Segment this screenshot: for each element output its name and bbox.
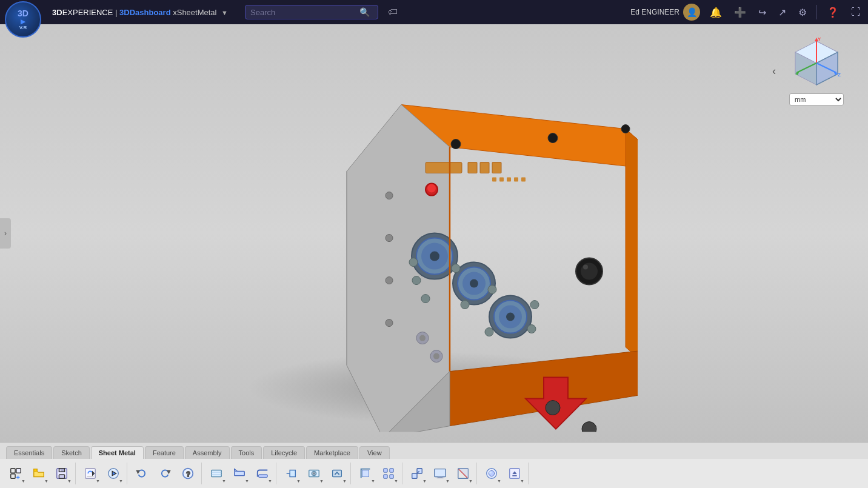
tab-feature[interactable]: Feature [145,446,184,459]
svg-point-21 [427,184,436,193]
tab-tools[interactable]: Tools [231,446,262,459]
toolbar-group-sheetmetal: ▼ ▼ ▼ [205,463,276,484]
save-button[interactable]: ▼ [51,463,73,484]
open-dropdown-icon: ▼ [44,479,48,483]
tab-marketplace[interactable]: Marketplace [306,446,358,459]
tab-lifecycle[interactable]: Lifecycle [263,446,305,459]
monitor-button[interactable]: ▼ [429,463,451,484]
notifications-icon[interactable]: 🔔 [707,5,724,19]
refresh-dropdown-icon: ▼ [96,479,100,483]
svg-point-25 [386,319,393,327]
3d-viewport[interactable]: › [0,24,868,443]
insert-dropdown-icon: ▼ [21,479,25,483]
user-name: Ed ENGINEER [630,8,679,16]
monitor-dropdown-icon: ▼ [446,479,450,483]
svg-point-46 [530,301,539,309]
app-logo[interactable]: 3D ▶ V.R [5,1,41,38]
undo-button[interactable] [131,463,153,484]
fullscreen-icon[interactable]: ⛶ [849,5,863,19]
toolbar-group-view: ▼ ▼ [79,463,127,484]
svg-rect-101 [384,469,387,472]
redo-button[interactable] [154,463,176,484]
user-avatar[interactable]: 👤 [683,4,700,21]
app-title: 3DEXPERIENCE | 3DDashboard xSheetMetal ▼ [52,8,228,17]
bottom-toolbar: Essentials Sketch Sheet Metal Feature As… [0,443,868,488]
unfold-button[interactable]: ▼ [280,463,302,484]
svg-rect-13 [480,162,489,173]
hole-dropdown-icon: ▼ [319,479,324,483]
tab-sketch[interactable]: Sketch [53,446,90,459]
orientation-cube[interactable]: ‹ Y Z [783,36,850,105]
svg-point-114 [489,470,494,476]
left-panel-expand[interactable]: › [0,218,11,249]
svg-rect-94 [259,475,268,478]
wall-tool-button[interactable]: ▼ [205,463,227,484]
svg-rect-99 [333,470,342,476]
simulate-button[interactable]: ▼ [102,463,124,484]
insert-button[interactable]: ▼ [5,463,27,484]
assemble-button[interactable]: ▼ [406,463,428,484]
user-avatar-icon: 👤 [687,7,697,17]
svg-point-40 [452,264,460,273]
svg-rect-79 [59,475,64,478]
tab-sheetmetal[interactable]: Sheet Metal [91,446,144,459]
svg-rect-18 [514,178,518,182]
toolbar-group-more: ▼ ▼ ▼ [280,463,351,484]
tools-icon[interactable]: ⚙ [796,5,809,19]
share-icon[interactable]: ↗ [776,5,789,19]
search-input[interactable] [250,8,359,17]
refresh-button[interactable]: ▼ [79,463,101,484]
svg-point-33 [470,279,478,288]
render-button[interactable]: ▼ [481,463,502,484]
cube-nav-left-icon[interactable]: ‹ [772,65,776,78]
svg-text:Z: Z [838,72,841,78]
svg-rect-72 [11,469,15,473]
dashboard-name[interactable]: 3DDashboard [119,8,171,17]
flange-tool-button[interactable]: ▼ [229,463,250,484]
tag-icon[interactable]: 🏷 [388,7,398,18]
svg-point-42 [461,301,469,309]
open-button[interactable]: ▼ [28,463,50,484]
svg-rect-102 [390,469,393,472]
svg-rect-90 [212,470,222,476]
svg-point-115 [489,471,492,473]
svg-point-53 [581,263,598,280]
stamp-button[interactable]: ▼ [326,463,348,484]
tab-essentials[interactable]: Essentials [6,446,52,459]
svg-rect-78 [59,469,64,472]
svg-rect-103 [384,475,387,478]
share-forward-icon[interactable]: ↪ [756,5,769,19]
section-dropdown-icon: ▼ [469,479,473,483]
help-toolbar-button[interactable]: ? [177,463,199,484]
svg-rect-104 [390,475,393,478]
section-button[interactable]: ▼ [452,463,474,484]
3d-model-view [213,50,638,432]
corner-button[interactable]: ▼ [355,463,376,484]
cube-face[interactable]: Y Z [789,36,844,91]
module-name[interactable]: xSheetMetal [173,8,216,17]
svg-rect-12 [468,162,477,173]
bend-tool-button[interactable]: ▼ [252,463,273,484]
wall-tool-dropdown-icon: ▼ [222,479,226,483]
svg-marker-1 [626,129,638,390]
module-dropdown-icon[interactable]: ▼ [221,9,228,16]
svg-rect-105 [412,473,417,478]
export-button[interactable]: ▼ [504,463,526,484]
tab-assembly[interactable]: Assembly [185,446,230,459]
unit-selector[interactable]: mm cm in [789,93,844,105]
svg-point-39 [412,276,421,285]
pattern-dropdown-icon: ▼ [394,479,398,483]
svg-point-5 [451,139,461,149]
hole-button[interactable]: ▼ [303,463,325,484]
stamp-dropdown-icon: ▼ [342,479,347,483]
help-icon[interactable]: ❓ [824,5,841,19]
tab-view[interactable]: View [359,446,390,459]
add-icon[interactable]: ➕ [732,5,749,19]
machine-svg [213,50,638,432]
toolbar-group-create: ▼ ▼ ▼ [5,463,76,484]
svg-point-41 [421,295,430,303]
svg-marker-86 [137,470,139,473]
svg-rect-19 [521,178,526,182]
pattern-button[interactable]: ▼ [378,463,399,484]
logo-play-icon: ▶ [21,18,25,25]
